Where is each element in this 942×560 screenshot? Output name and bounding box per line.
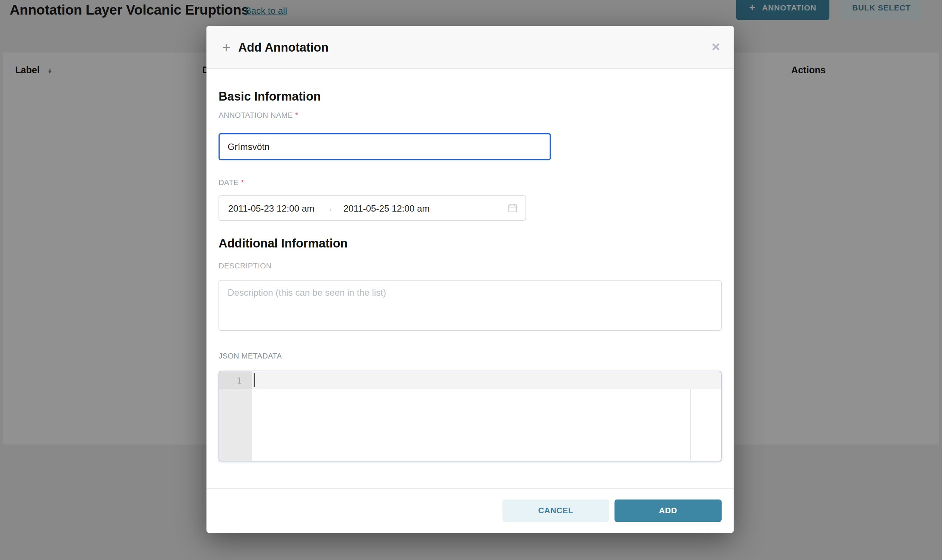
close-icon[interactable]: ✕ [709,39,723,55]
calendar-icon [508,203,518,213]
description-label: DESCRIPTION [219,262,722,270]
description-textarea[interactable] [219,280,722,331]
line-number: 1 [237,375,242,385]
plus-icon: + [222,40,230,54]
modal-body: Basic Information ANNOTATION NAME* DATE*… [207,69,734,488]
arrow-right-icon: → [325,203,333,213]
app-viewport: Annotation Layer Volcanic Eruptions Back… [0,0,942,560]
modal-title: Add Annotation [238,40,328,54]
date-label: DATE* [219,179,722,187]
editor-active-line [252,372,721,389]
annotation-name-input[interactable] [219,133,551,160]
add-annotation-modal: + Add Annotation ✕ Basic Information ANN… [207,26,734,533]
add-button[interactable]: ADD [615,500,722,522]
text-cursor [254,373,255,387]
date-start-value[interactable]: 2011-05-23 12:00 am [228,203,314,214]
modal-header: + Add Annotation ✕ [207,26,734,69]
required-asterisk: * [241,178,244,187]
date-end-value[interactable]: 2011-05-25 12:00 am [344,203,430,214]
editor-gutter-active-cell: 1 [219,371,252,389]
print-margin-line [690,389,691,460]
required-asterisk: * [295,111,298,120]
cancel-button[interactable]: CANCEL [503,500,609,522]
date-range-picker[interactable]: 2011-05-23 12:00 am → 2011-05-25 12:00 a… [219,195,526,221]
json-metadata-label: JSON METADATA [219,352,722,360]
json-metadata-editor[interactable]: 1 [219,371,722,462]
section-additional-information: Additional Information [219,235,722,251]
section-basic-information: Basic Information [219,88,722,104]
annotation-name-label: ANNOTATION NAME* [219,112,722,120]
modal-footer: CANCEL ADD [207,488,734,533]
